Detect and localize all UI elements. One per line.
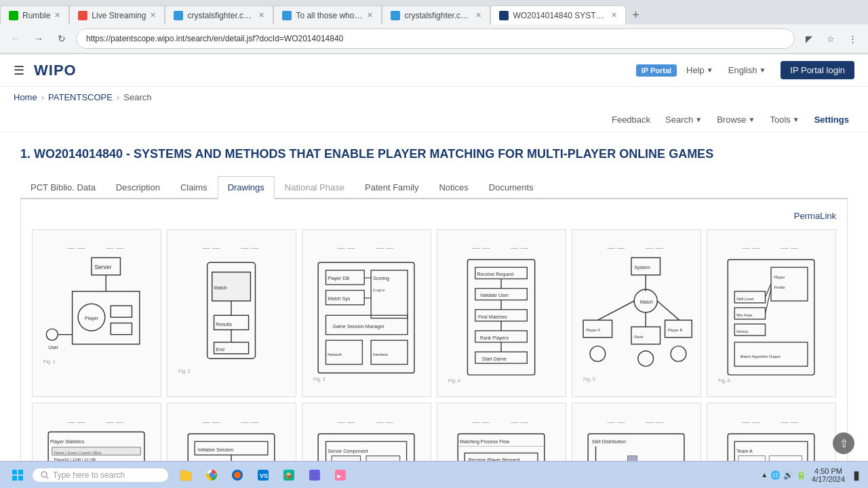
- taskbar-icon-chrome[interactable]: [199, 463, 224, 487]
- tab-crystals1[interactable]: crystalsfighter.com/lol/losers/p... ✕: [165, 5, 273, 24]
- taskbar-search[interactable]: Type here to search: [33, 468, 168, 482]
- tab-description[interactable]: Description: [106, 176, 170, 199]
- svg-text:📦: 📦: [285, 472, 293, 480]
- svg-text:Interface: Interface: [373, 352, 388, 357]
- start-button[interactable]: [5, 467, 30, 483]
- svg-text:— —: — —: [646, 243, 664, 251]
- patent-title: 1. WO2014014840 - SYSTEMS AND METHODS TH…: [20, 146, 848, 163]
- tab-favicon-wipo: [499, 11, 509, 20]
- systray-arrow[interactable]: ▲: [761, 471, 768, 479]
- taskbar-icon-app5[interactable]: 📦: [277, 463, 301, 487]
- svg-text:▶: ▶: [337, 473, 342, 479]
- taskbar-show-desktop[interactable]: ▮: [850, 468, 863, 483]
- tab-documents[interactable]: Documents: [479, 176, 544, 199]
- tab-close-crystals1[interactable]: ✕: [258, 11, 264, 20]
- breadcrumb-patentscope[interactable]: PATENTSCOPE: [48, 92, 113, 102]
- taskbar-icons: VS 📦 🎵 ▶: [174, 463, 353, 487]
- extensions-button[interactable]: ◤: [800, 30, 818, 47]
- svg-text:Find Matches: Find Matches: [478, 314, 507, 320]
- browse-nav-label: Browse: [717, 115, 746, 125]
- tab-biblio[interactable]: PCT Biblio. Data: [20, 176, 106, 199]
- svg-text:— —: — —: [646, 417, 664, 425]
- feedback-nav-item[interactable]: Feedback: [606, 112, 656, 127]
- svg-text:History: History: [736, 329, 749, 333]
- svg-text:🎵: 🎵: [311, 472, 318, 479]
- hamburger-menu[interactable]: ☰: [14, 63, 24, 78]
- firefox-icon: [231, 468, 244, 482]
- taskbar-icon-file-explorer[interactable]: [174, 463, 198, 487]
- svg-text:Start Game: Start Game: [482, 357, 507, 362]
- main-content: 1. WO2014014840 - SYSTEMS AND METHODS TH…: [0, 132, 868, 488]
- bookmark-button[interactable]: ☆: [822, 30, 840, 47]
- search-nav-item[interactable]: Search ▼: [660, 112, 707, 127]
- drawing-cell-6[interactable]: — — — — Player Profile Skill Level Win R…: [707, 229, 836, 397]
- breadcrumb: Home › PATENTSCOPE › Search: [0, 87, 868, 108]
- drawing-cell-1[interactable]: — — — — Server Player User Fig. 1: [32, 229, 161, 397]
- svg-text:Win Rate: Win Rate: [736, 313, 752, 317]
- ip-portal-logo-badge: IP Portal: [636, 64, 677, 77]
- reload-button[interactable]: ↻: [53, 30, 71, 47]
- svg-point-11: [47, 329, 58, 341]
- drawings-grid: — — — — Server Player User Fig. 1: [32, 229, 836, 488]
- top-nav: ☰ WIPO IP Portal Help ▼ English ▼ IP Por…: [0, 54, 868, 87]
- tab-close-crystals2[interactable]: ✕: [475, 11, 481, 20]
- tab-notices[interactable]: Notices: [429, 176, 478, 199]
- tab-wipo[interactable]: WO2014014840 SYSTEMS AND... ✕: [490, 5, 626, 24]
- tab-rumble[interactable]: Rumble ✕: [0, 5, 69, 24]
- drawing-cell-3[interactable]: — — — — Player DB Match Sys Scoring Engi…: [302, 229, 431, 397]
- svg-rect-9: [111, 323, 132, 335]
- taskbar-icon-app6[interactable]: 🎵: [302, 463, 327, 487]
- taskbar-icon-app4[interactable]: VS: [251, 463, 275, 487]
- tab-label-live: Live Streaming: [92, 11, 146, 20]
- svg-text:Profile: Profile: [774, 285, 785, 289]
- tab-patent-family[interactable]: Patent Family: [355, 176, 429, 199]
- help-label: Help: [686, 65, 705, 75]
- svg-text:Team A: Team A: [736, 449, 753, 454]
- new-tab-button[interactable]: +: [626, 5, 645, 24]
- tools-nav-item[interactable]: Tools ▼: [764, 112, 804, 127]
- svg-text:— —: — —: [608, 243, 625, 251]
- tab-close-think[interactable]: ✕: [367, 11, 373, 20]
- forward-button[interactable]: →: [30, 30, 47, 47]
- chrome-icon: [205, 468, 218, 482]
- svg-text:— —: — —: [781, 243, 799, 251]
- tab-close-rumble[interactable]: ✕: [54, 11, 60, 20]
- svg-text:— —: — —: [241, 417, 259, 425]
- svg-text:— —: — —: [473, 417, 490, 425]
- breadcrumb-sep-2: ›: [117, 92, 119, 102]
- svg-text:— —: — —: [511, 417, 529, 425]
- tab-close-wipo[interactable]: ✕: [611, 11, 617, 20]
- help-dropdown[interactable]: Help ▼: [681, 62, 719, 78]
- browse-nav-item[interactable]: Browse ▼: [711, 112, 760, 127]
- svg-text:Player B: Player B: [668, 329, 683, 333]
- scroll-to-top-button[interactable]: ⇧: [833, 432, 854, 454]
- taskbar-icon-app7[interactable]: ▶: [328, 463, 353, 487]
- svg-text:Fig. 3: Fig. 3: [314, 377, 326, 382]
- taskbar-icon-firefox[interactable]: [225, 463, 250, 487]
- address-bar[interactable]: [76, 28, 795, 49]
- drawing-svg-5: — — — — System Match Player A: [578, 238, 694, 388]
- tab-drawings[interactable]: Drawings: [218, 176, 275, 199]
- svg-text:— —: — —: [106, 417, 124, 425]
- breadcrumb-search: Search: [123, 92, 151, 102]
- breadcrumb-home[interactable]: Home: [14, 92, 37, 102]
- tab-national-phase[interactable]: National Phase: [275, 176, 355, 199]
- svg-text:Fig. 2: Fig. 2: [179, 369, 191, 375]
- drawing-cell-2[interactable]: — — — — Match Results End Fig. 2: [167, 229, 296, 397]
- back-button[interactable]: ←: [7, 30, 24, 47]
- settings-nav-item[interactable]: Settings: [809, 112, 854, 127]
- tab-live-streaming[interactable]: Live Streaming ✕: [69, 5, 165, 24]
- windows-icon: [12, 470, 23, 481]
- drawing-cell-4[interactable]: — — — — Receive Request Validate User Fi…: [437, 229, 566, 397]
- tab-close-live[interactable]: ✕: [150, 11, 156, 20]
- svg-text:Network: Network: [328, 352, 342, 357]
- tab-think[interactable]: To all those who think Loser's C... ✕: [273, 5, 382, 24]
- svg-text:Engine: Engine: [373, 288, 385, 292]
- drawing-cell-5[interactable]: — — — — System Match Player A: [572, 229, 701, 397]
- ip-portal-login-button[interactable]: IP Portal login: [781, 61, 854, 79]
- tab-claims[interactable]: Claims: [170, 176, 218, 199]
- permalink-link[interactable]: PermaLink: [794, 211, 836, 221]
- tab-crystals2[interactable]: crystalsfighter.com/lol/losero/ ✕: [382, 5, 490, 24]
- menu-button[interactable]: ⋮: [844, 30, 861, 47]
- language-dropdown[interactable]: English ▼: [723, 62, 772, 78]
